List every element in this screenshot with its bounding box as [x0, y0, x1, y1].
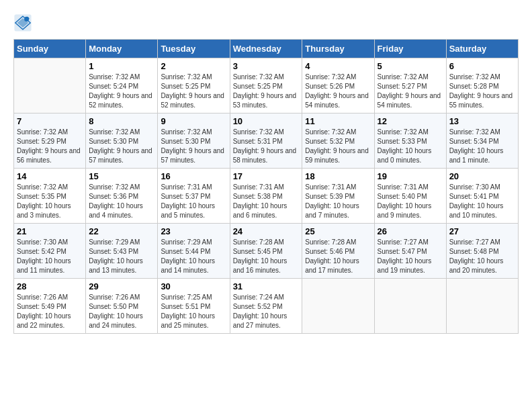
calendar-week-2: 7Sunrise: 7:32 AMSunset: 5:29 PMDaylight… [14, 113, 519, 169]
calendar-cell: 19Sunrise: 7:31 AMSunset: 5:40 PMDayligh… [374, 169, 446, 224]
day-info: Sunrise: 7:25 AMSunset: 5:51 PMDaylight:… [161, 293, 226, 330]
weekday-header-friday: Friday [374, 40, 446, 58]
calendar-cell [302, 279, 374, 334]
day-info: Sunrise: 7:32 AMSunset: 5:34 PMDaylight:… [449, 128, 515, 165]
calendar-cell: 2Sunrise: 7:32 AMSunset: 5:25 PMDaylight… [158, 58, 230, 113]
weekday-header-thursday: Thursday [302, 40, 374, 58]
day-info: Sunrise: 7:32 AMSunset: 5:29 PMDaylight:… [17, 128, 83, 165]
calendar-cell [14, 58, 86, 113]
calendar-cell: 29Sunrise: 7:26 AMSunset: 5:50 PMDayligh… [86, 279, 158, 334]
weekday-header-tuesday: Tuesday [158, 40, 230, 58]
day-number: 17 [233, 171, 300, 181]
day-number: 10 [233, 116, 300, 126]
day-info: Sunrise: 7:32 AMSunset: 5:30 PMDaylight:… [161, 128, 226, 165]
day-info: Sunrise: 7:32 AMSunset: 5:28 PMDaylight:… [449, 73, 515, 110]
day-number: 12 [378, 116, 443, 126]
weekday-header-wednesday: Wednesday [230, 40, 302, 58]
calendar-cell: 8Sunrise: 7:32 AMSunset: 5:30 PMDaylight… [86, 113, 158, 169]
day-number: 25 [305, 226, 371, 236]
calendar-cell: 12Sunrise: 7:32 AMSunset: 5:33 PMDayligh… [374, 113, 446, 169]
day-info: Sunrise: 7:32 AMSunset: 5:36 PMDaylight:… [89, 183, 154, 220]
day-info: Sunrise: 7:32 AMSunset: 5:33 PMDaylight:… [378, 128, 443, 165]
calendar-cell: 21Sunrise: 7:30 AMSunset: 5:42 PMDayligh… [14, 224, 86, 279]
calendar-cell: 15Sunrise: 7:32 AMSunset: 5:36 PMDayligh… [86, 169, 158, 224]
day-number: 1 [89, 61, 154, 71]
calendar-cell [446, 279, 518, 334]
calendar-cell: 13Sunrise: 7:32 AMSunset: 5:34 PMDayligh… [446, 113, 518, 169]
calendar-cell: 30Sunrise: 7:25 AMSunset: 5:51 PMDayligh… [158, 279, 230, 334]
day-info: Sunrise: 7:32 AMSunset: 5:30 PMDaylight:… [89, 128, 154, 165]
calendar-week-4: 21Sunrise: 7:30 AMSunset: 5:42 PMDayligh… [14, 224, 519, 279]
day-info: Sunrise: 7:32 AMSunset: 5:25 PMDaylight:… [233, 73, 300, 110]
day-number: 7 [17, 116, 83, 126]
calendar-cell: 17Sunrise: 7:31 AMSunset: 5:38 PMDayligh… [230, 169, 302, 224]
calendar-cell: 22Sunrise: 7:29 AMSunset: 5:43 PMDayligh… [86, 224, 158, 279]
day-info: Sunrise: 7:28 AMSunset: 5:45 PMDaylight:… [233, 238, 300, 275]
calendar-cell: 14Sunrise: 7:32 AMSunset: 5:35 PMDayligh… [14, 169, 86, 224]
day-number: 28 [17, 281, 83, 291]
day-info: Sunrise: 7:26 AMSunset: 5:50 PMDaylight:… [89, 293, 154, 330]
day-number: 31 [233, 281, 300, 291]
calendar-cell: 6Sunrise: 7:32 AMSunset: 5:28 PMDaylight… [446, 58, 518, 113]
weekday-header-saturday: Saturday [446, 40, 518, 58]
day-number: 21 [17, 226, 83, 236]
day-info: Sunrise: 7:29 AMSunset: 5:44 PMDaylight:… [161, 238, 226, 275]
day-number: 19 [378, 171, 443, 181]
day-number: 6 [449, 61, 515, 71]
calendar-cell: 16Sunrise: 7:31 AMSunset: 5:37 PMDayligh… [158, 169, 230, 224]
day-info: Sunrise: 7:32 AMSunset: 5:31 PMDaylight:… [233, 128, 300, 165]
day-info: Sunrise: 7:32 AMSunset: 5:35 PMDaylight:… [17, 183, 83, 220]
day-info: Sunrise: 7:32 AMSunset: 5:24 PMDaylight:… [89, 73, 154, 110]
calendar-cell: 26Sunrise: 7:27 AMSunset: 5:47 PMDayligh… [374, 224, 446, 279]
calendar-cell: 10Sunrise: 7:32 AMSunset: 5:31 PMDayligh… [230, 113, 302, 169]
day-number: 16 [161, 171, 226, 181]
day-info: Sunrise: 7:27 AMSunset: 5:47 PMDaylight:… [378, 238, 443, 275]
day-info: Sunrise: 7:31 AMSunset: 5:39 PMDaylight:… [305, 183, 371, 220]
calendar-cell: 9Sunrise: 7:32 AMSunset: 5:30 PMDaylight… [158, 113, 230, 169]
calendar-cell: 3Sunrise: 7:32 AMSunset: 5:25 PMDaylight… [230, 58, 302, 113]
day-number: 11 [305, 116, 371, 126]
day-number: 27 [449, 226, 515, 236]
calendar-table: SundayMondayTuesdayWednesdayThursdayFrid… [13, 39, 519, 334]
day-number: 22 [89, 226, 154, 236]
day-info: Sunrise: 7:29 AMSunset: 5:43 PMDaylight:… [89, 238, 154, 275]
day-number: 30 [161, 281, 226, 291]
weekday-header-sunday: Sunday [14, 40, 86, 58]
day-number: 26 [378, 226, 443, 236]
header [13, 13, 519, 32]
day-info: Sunrise: 7:28 AMSunset: 5:46 PMDaylight:… [305, 238, 371, 275]
day-info: Sunrise: 7:32 AMSunset: 5:26 PMDaylight:… [305, 73, 371, 110]
day-number: 23 [161, 226, 226, 236]
day-number: 9 [161, 116, 226, 126]
day-info: Sunrise: 7:32 AMSunset: 5:32 PMDaylight:… [305, 128, 371, 165]
calendar-week-5: 28Sunrise: 7:26 AMSunset: 5:49 PMDayligh… [14, 279, 519, 334]
calendar-week-3: 14Sunrise: 7:32 AMSunset: 5:35 PMDayligh… [14, 169, 519, 224]
calendar-cell: 4Sunrise: 7:32 AMSunset: 5:26 PMDaylight… [302, 58, 374, 113]
calendar-cell: 28Sunrise: 7:26 AMSunset: 5:49 PMDayligh… [14, 279, 86, 334]
day-info: Sunrise: 7:24 AMSunset: 5:52 PMDaylight:… [233, 293, 300, 330]
day-number: 4 [305, 61, 371, 71]
day-info: Sunrise: 7:31 AMSunset: 5:40 PMDaylight:… [378, 183, 443, 220]
day-info: Sunrise: 7:30 AMSunset: 5:42 PMDaylight:… [17, 238, 83, 275]
calendar-cell: 1Sunrise: 7:32 AMSunset: 5:24 PMDaylight… [86, 58, 158, 113]
calendar-cell: 11Sunrise: 7:32 AMSunset: 5:32 PMDayligh… [302, 113, 374, 169]
calendar-cell: 7Sunrise: 7:32 AMSunset: 5:29 PMDaylight… [14, 113, 86, 169]
day-number: 18 [305, 171, 371, 181]
calendar-cell [374, 279, 446, 334]
day-info: Sunrise: 7:32 AMSunset: 5:25 PMDaylight:… [161, 73, 226, 110]
day-number: 2 [161, 61, 226, 71]
calendar-week-1: 1Sunrise: 7:32 AMSunset: 5:24 PMDaylight… [14, 58, 519, 113]
calendar-cell: 18Sunrise: 7:31 AMSunset: 5:39 PMDayligh… [302, 169, 374, 224]
calendar-cell: 24Sunrise: 7:28 AMSunset: 5:45 PMDayligh… [230, 224, 302, 279]
calendar-cell: 5Sunrise: 7:32 AMSunset: 5:27 PMDaylight… [374, 58, 446, 113]
day-number: 5 [378, 61, 443, 71]
logo [13, 13, 35, 32]
calendar-cell: 31Sunrise: 7:24 AMSunset: 5:52 PMDayligh… [230, 279, 302, 334]
logo-icon [13, 13, 32, 32]
day-info: Sunrise: 7:31 AMSunset: 5:38 PMDaylight:… [233, 183, 300, 220]
day-number: 29 [89, 281, 154, 291]
day-info: Sunrise: 7:27 AMSunset: 5:48 PMDaylight:… [449, 238, 515, 275]
day-info: Sunrise: 7:31 AMSunset: 5:37 PMDaylight:… [161, 183, 226, 220]
day-number: 15 [89, 171, 154, 181]
calendar-cell: 25Sunrise: 7:28 AMSunset: 5:46 PMDayligh… [302, 224, 374, 279]
